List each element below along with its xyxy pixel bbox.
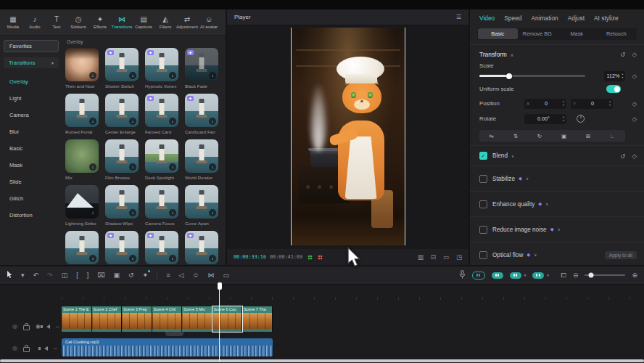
subtab-retouch[interactable]: Retouch bbox=[597, 28, 637, 39]
playhead[interactable] bbox=[219, 282, 220, 362]
toolbar-item-captions[interactable]: ▤ Captions bbox=[133, 16, 154, 29]
download-icon[interactable]: ↓ bbox=[89, 118, 96, 125]
effect-checkbox[interactable] bbox=[479, 200, 487, 208]
crop-clip-icon[interactable]: ▣ bbox=[114, 272, 120, 279]
download-icon[interactable]: ↓ bbox=[89, 255, 96, 262]
transition-card-deck-spotlight[interactable]: ↓ Deck Spotlight bbox=[145, 139, 178, 180]
chevron-down-icon[interactable]: ∨ bbox=[526, 176, 529, 181]
category-item-basic[interactable]: Basic bbox=[4, 140, 59, 157]
microphone-icon[interactable] bbox=[459, 270, 466, 280]
timeline-clip-scene-4-chil[interactable]: Scene 4 Chil bbox=[152, 306, 183, 332]
tab-adjust[interactable]: Adjust bbox=[568, 15, 585, 22]
visibility-icon[interactable]: ◉ bbox=[36, 324, 41, 330]
download-icon[interactable]: ↓ bbox=[89, 163, 96, 171]
reset-icon[interactable]: ↺ bbox=[620, 152, 625, 160]
transitions-dropdown[interactable]: Transitions ▾ bbox=[4, 57, 59, 68]
audio-track[interactable]: Cat Cooking.mp3 bbox=[62, 338, 273, 356]
delete-icon[interactable]: ⌧ bbox=[97, 272, 104, 279]
lock-icon[interactable] bbox=[23, 347, 30, 352]
chevron-down-icon[interactable]: ▾ bbox=[524, 273, 527, 277]
transition-thumbnail[interactable]: ◆ ↓ bbox=[185, 48, 218, 81]
undo-icon[interactable]: ↶ bbox=[33, 272, 39, 279]
transition-card-hypnotic-vortex[interactable]: ◆ ↓ Hypnotic Vortex bbox=[145, 48, 178, 89]
transition-thumbnail[interactable]: ◆ ↓ bbox=[145, 231, 178, 264]
level-icon[interactable]: ∟ bbox=[610, 133, 615, 139]
effect-checkbox[interactable] bbox=[479, 226, 487, 234]
collapse-icon[interactable]: ∧ bbox=[511, 52, 513, 57]
timeline-clip-scene-1-the-e[interactable]: Scene 1 The E bbox=[62, 306, 92, 332]
toolbar-item-transitions[interactable]: ⋈ Transitions bbox=[111, 16, 133, 29]
transition-thumbnail[interactable]: ↓ bbox=[105, 185, 139, 219]
toolbar-item-adjustment[interactable]: ⇄ Adjustment bbox=[176, 16, 198, 29]
download-icon[interactable]: ↓ bbox=[209, 163, 216, 171]
transition-card-then-and-now[interactable]: ↓ Then and Now bbox=[65, 48, 99, 89]
magic-wand-icon[interactable]: ✦ bbox=[143, 272, 149, 279]
scale-slider[interactable] bbox=[479, 75, 585, 77]
toolbar-item-ai_avatar[interactable]: ☺ AI avatar bbox=[198, 16, 220, 29]
keyframe-icon[interactable]: ◇ bbox=[632, 73, 637, 80]
timeline-scrollbar[interactable] bbox=[0, 359, 644, 362]
auto-ripple-toggle[interactable] bbox=[532, 272, 544, 279]
track-toggle-icon[interactable]: ◎ bbox=[12, 346, 17, 351]
transition-card-shutter-switch[interactable]: ◆ ↓ Shutter Switch bbox=[105, 48, 139, 89]
snap-toggle[interactable] bbox=[472, 272, 485, 280]
category-item-slide[interactable]: Slide bbox=[4, 174, 59, 190]
keyframe-icon[interactable]: ◇ bbox=[632, 115, 637, 123]
avatar-icon[interactable]: ☺ bbox=[192, 272, 199, 279]
timeline-area[interactable]: ◎ ◉ ‒ ◎ ‒ ✎ Cover Scene 1 The E Scene 2 … bbox=[0, 285, 644, 363]
toolbar-item-audio[interactable]: ♪ Audio bbox=[24, 16, 46, 29]
stepper-icon[interactable]: ▴▾ bbox=[563, 115, 564, 121]
transition-thumbnail[interactable]: ◆ ↓ bbox=[145, 48, 178, 81]
transition-thumbnail[interactable]: ↓ bbox=[185, 185, 218, 219]
transition-card[interactable]: ↓ bbox=[65, 231, 99, 264]
download-icon[interactable]: ↓ bbox=[129, 118, 136, 125]
more-icon[interactable]: ‒ bbox=[56, 324, 59, 330]
tab-speed[interactable]: Speed bbox=[504, 15, 521, 22]
download-icon[interactable]: ↓ bbox=[89, 209, 96, 216]
track-toggle-icon[interactable]: ◎ bbox=[12, 324, 17, 330]
transition-thumbnail[interactable]: ↓ bbox=[65, 185, 99, 219]
timeline-clip-scene-6-coo[interactable]: Scene 6 Coo bbox=[212, 306, 243, 332]
scrollbar-handle[interactable] bbox=[0, 359, 644, 362]
transition-thumbnail[interactable]: ↓ bbox=[185, 139, 218, 173]
download-icon[interactable]: ↓ bbox=[129, 163, 136, 171]
lock-icon[interactable] bbox=[23, 325, 30, 330]
subtab-mask[interactable]: Mask bbox=[557, 28, 597, 39]
transition-thumbnail[interactable]: ↓ bbox=[145, 185, 178, 219]
zoom-in-icon[interactable]: ⊕ bbox=[632, 272, 637, 279]
tab-ai-stylize[interactable]: AI stylize bbox=[594, 15, 619, 22]
category-item-overlay[interactable]: Overlay bbox=[4, 73, 59, 90]
download-icon[interactable]: ↓ bbox=[209, 118, 216, 125]
timeline-clip-scene-3-prep[interactable]: Scene 3 Prep bbox=[122, 306, 152, 332]
timeline-ruler[interactable] bbox=[62, 297, 637, 300]
transition-card[interactable]: ◆ ↓ bbox=[185, 231, 218, 264]
timeline-clip-scene-5-mix[interactable]: Scene 5 Mix bbox=[182, 306, 212, 332]
transition-card-black-fade[interactable]: ◆ ↓ Black Fade bbox=[185, 48, 218, 89]
toolbar-item-text[interactable]: T Text bbox=[46, 16, 67, 29]
category-item-glitch[interactable]: Glitch bbox=[4, 190, 59, 207]
fullscreen-icon[interactable]: ◳ bbox=[456, 253, 462, 261]
video-preview[interactable] bbox=[291, 28, 405, 245]
tab-video[interactable]: Video bbox=[479, 15, 495, 22]
position-x-field[interactable]: X 0 ▴▾ bbox=[524, 99, 566, 109]
category-item-camera[interactable]: Camera bbox=[4, 107, 59, 123]
player-menu-icon[interactable]: ☰ bbox=[456, 14, 461, 20]
transition-thumbnail[interactable]: ◆ ↓ bbox=[185, 94, 218, 127]
subtab-remove-bg[interactable]: Remove BG bbox=[518, 28, 558, 39]
transition-thumbnail[interactable]: ◆ ↓ bbox=[105, 48, 139, 81]
link-toggle[interactable] bbox=[492, 272, 503, 279]
transition-card-ruined-portal[interactable]: ↓ Ruined Portal bbox=[65, 94, 99, 134]
slider-knob[interactable] bbox=[506, 73, 512, 79]
tab-animation[interactable]: Animation bbox=[532, 15, 558, 22]
crop-icon[interactable]: ▣ bbox=[561, 133, 566, 139]
grid-icon[interactable]: ⊞ bbox=[586, 133, 590, 139]
transition-thumbnail[interactable]: ↓ bbox=[145, 139, 178, 173]
transition-card-come-apart[interactable]: ↓ Come Apart bbox=[185, 185, 218, 226]
rotate-field[interactable]: 0.00° ▴▾ bbox=[524, 114, 566, 124]
reverse-icon[interactable]: ↺ bbox=[128, 272, 134, 279]
mirror-preview-icon[interactable]: ⧠ bbox=[561, 272, 566, 279]
subtab-basic[interactable]: Basic bbox=[478, 28, 518, 39]
redo-icon[interactable]: ↷ bbox=[47, 272, 53, 279]
rotate-dial-icon[interactable] bbox=[577, 115, 585, 123]
keyframe-icon[interactable]: ◇ bbox=[632, 152, 637, 160]
